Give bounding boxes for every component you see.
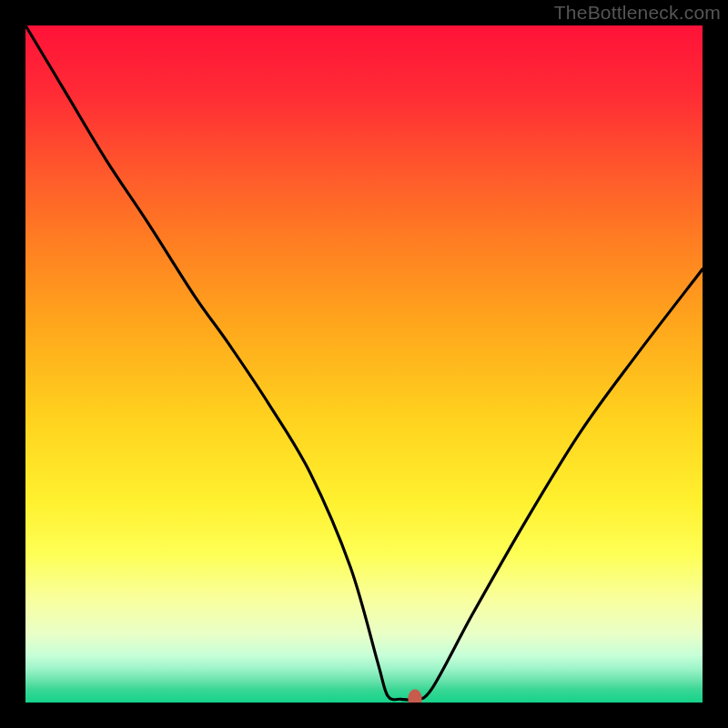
watermark-text: TheBottleneck.com — [554, 2, 721, 24]
chart-frame: TheBottleneck.com — [0, 0, 728, 728]
plot-area — [25, 25, 703, 703]
curve-path — [25, 25, 703, 700]
bottleneck-curve — [25, 25, 703, 703]
optimal-point-marker — [408, 690, 421, 703]
